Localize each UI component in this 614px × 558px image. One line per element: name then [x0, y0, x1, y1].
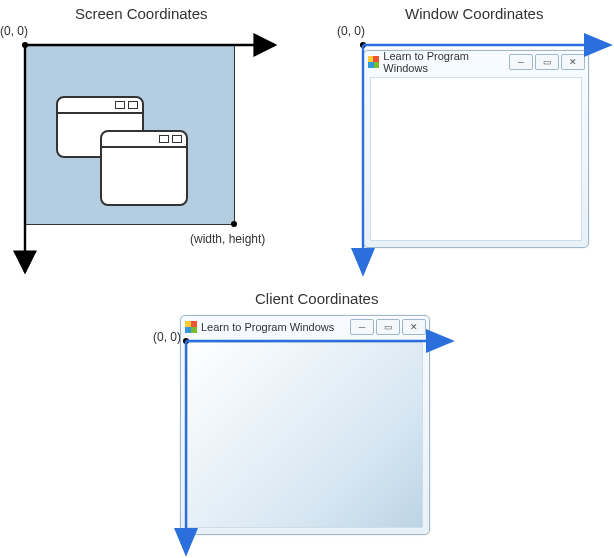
- client-coords-title: Client Coordinates: [255, 290, 378, 307]
- window-origin-label: (0, 0): [337, 24, 365, 38]
- screen-origin-label: (0, 0): [0, 24, 28, 38]
- screen-extent-label: (width, height): [190, 232, 265, 246]
- mini-window-titlebar: [58, 98, 142, 114]
- window-client-area: [187, 342, 423, 528]
- minimize-icon: ─: [509, 54, 533, 70]
- window-title-text: Learn to Program Windows: [201, 321, 334, 333]
- client-origin-label: (0, 0): [153, 330, 181, 344]
- maximize-icon: ▭: [535, 54, 559, 70]
- screen-origin-dot: [22, 42, 28, 48]
- app-icon: [185, 321, 197, 333]
- app-icon: [368, 56, 379, 68]
- window-client-area: [370, 77, 582, 241]
- screen-extent-dot: [231, 221, 237, 227]
- mini-window-front: [100, 130, 188, 206]
- client-origin-dot: [183, 338, 189, 344]
- sample-window-frame-client: Learn to Program Windows ─ ▭ ✕: [180, 315, 430, 535]
- maximize-icon: ▭: [376, 319, 400, 335]
- close-icon: ✕: [402, 319, 426, 335]
- minimize-icon: ─: [350, 319, 374, 335]
- sample-window-frame: Learn to Program Windows ─ ▭ ✕: [363, 50, 589, 248]
- screen-coords-title: Screen Coordinates: [75, 5, 208, 22]
- window-origin-dot: [360, 42, 366, 48]
- window-titlebar: Learn to Program Windows ─ ▭ ✕: [364, 51, 588, 73]
- window-caption-buttons: ─ ▭ ✕: [350, 319, 426, 335]
- window-title-text: Learn to Program Windows: [383, 50, 509, 74]
- screen-box: [25, 45, 235, 225]
- window-caption-buttons: ─ ▭ ✕: [509, 54, 585, 70]
- mini-window-titlebar: [102, 132, 186, 148]
- window-titlebar: Learn to Program Windows ─ ▭ ✕: [181, 316, 429, 338]
- close-icon: ✕: [561, 54, 585, 70]
- window-coords-title: Window Coordinates: [405, 5, 543, 22]
